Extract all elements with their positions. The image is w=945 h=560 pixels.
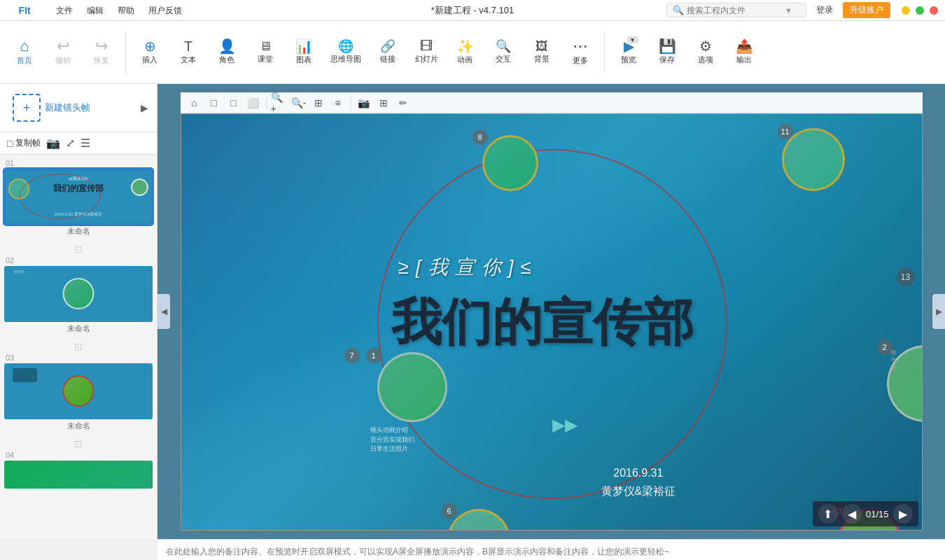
date-author: 2016.9.31 黄梦仪&梁裕征: [601, 464, 676, 500]
sidebar-collapse-button[interactable]: ▶: [137, 101, 151, 115]
upgrade-button[interactable]: 升级账户: [843, 2, 890, 18]
canvas-wrapper: ⌂ □ □ ⬜ 🔍+ 🔍- ⊞ ≡ 📷 ⊞ ✏ ≥[我宣你]≤: [181, 92, 923, 531]
tool-chart[interactable]: 📊 图表: [286, 36, 321, 69]
tool-save[interactable]: 💾 保存: [650, 36, 685, 69]
ct-screenshot-icon[interactable]: 📷: [356, 94, 372, 111]
tool-insert[interactable]: ⊕ 插入: [132, 36, 167, 69]
ct-zoom-out-icon[interactable]: 🔍-: [290, 94, 307, 111]
search-dropdown-icon[interactable]: ▼: [785, 6, 792, 15]
tool-redo[interactable]: ↪ 恢复: [84, 35, 119, 69]
tool-bg[interactable]: 🖼 背景: [524, 36, 559, 68]
maximize-button[interactable]: □: [916, 6, 924, 15]
tool-mindmap[interactable]: 🌐 思维导图: [325, 36, 367, 68]
tool-text[interactable]: T 文本: [171, 36, 206, 69]
notes-input[interactable]: [166, 545, 937, 560]
search-box[interactable]: 🔍 ▼: [666, 3, 806, 18]
anim-icon: ✨: [456, 39, 474, 53]
right-collapse-button[interactable]: ▶: [932, 294, 945, 329]
menu-file[interactable]: 文件: [49, 0, 80, 21]
slide-item-2[interactable]: 02 领导者 未命名: [4, 256, 153, 334]
ct-sep-2: [351, 97, 351, 109]
slide-number-4: 04: [4, 451, 153, 459]
camera-button[interactable]: 📷: [46, 136, 60, 150]
menu-help[interactable]: 帮助: [111, 0, 141, 21]
close-button[interactable]: ✕: [930, 6, 938, 15]
slide-thumbnail-4: [4, 461, 153, 489]
spacer-icon-2: ⊡: [74, 341, 83, 352]
thumb1-date: 2016.9.31 黄梦仪&梁裕征: [55, 211, 102, 218]
prev-button[interactable]: ◀: [842, 504, 862, 524]
search-input[interactable]: [687, 6, 785, 15]
slide-actions: □ 复制帧 📷 ⤢ ☰: [0, 132, 157, 155]
minimize-button[interactable]: —: [902, 6, 910, 15]
page-total: 15: [878, 509, 888, 519]
more-label: 更多: [573, 55, 588, 66]
tool-more[interactable]: ⋯ 更多: [563, 35, 598, 69]
slide-item-4[interactable]: 04: [4, 451, 153, 489]
slide-canvas: ≥[我宣你]≤ 我们的宣传部 ▶▶ 2016.9.31 黄梦仪&梁裕征 8: [181, 113, 923, 531]
interact-icon: 🔍: [496, 40, 511, 52]
share-button[interactable]: ⬆: [818, 504, 838, 524]
slide-name-1: 未命名: [4, 226, 153, 237]
preview-label: 预览: [621, 55, 636, 65]
slide-number-3: 03: [4, 354, 153, 362]
main-toolbar: ⌂ 首页 ↩ 撤销 ↪ 恢复 ⊕ 插入 T 文本 👤 角色 🖥 课堂 📊 图表 …: [0, 21, 945, 84]
chart-label: 图表: [296, 55, 312, 65]
tool-undo[interactable]: ↩ 撤销: [46, 35, 80, 69]
tool-anim[interactable]: ✨ 动画: [447, 36, 482, 69]
next-button[interactable]: ▶: [893, 504, 913, 524]
menu-feedback[interactable]: 用户反馈: [141, 0, 189, 21]
options-label: 选项: [698, 55, 713, 65]
expand-button[interactable]: ⤢: [66, 136, 75, 150]
new-scene-icon: +: [13, 94, 41, 122]
toolbar-divider-1: [125, 31, 126, 74]
tool-preview[interactable]: ▶ ▼ 预览: [611, 36, 646, 69]
slide-icon: 🎞: [420, 40, 433, 52]
badge-6: 6: [442, 503, 457, 519]
slide-number-2: 02: [4, 256, 153, 265]
ct-frame-icon[interactable]: ⬜: [245, 94, 262, 111]
slide-thumbnail-1: ≥[我宣你]≤ 我们的宣传部 2016.9.31 黄梦仪&梁裕征: [4, 169, 153, 225]
ct-copy-icon[interactable]: □: [206, 94, 223, 111]
new-scene-button[interactable]: + 新建镜头帧: [6, 90, 137, 126]
slide-item-3[interactable]: 03 未命名: [4, 354, 153, 431]
tool-home[interactable]: ⌂ 首页: [7, 35, 42, 69]
slide-name-2: 未命名: [4, 323, 153, 334]
thumb2-badge: 领导者: [14, 270, 24, 274]
tool-link[interactable]: 🔗 链接: [370, 36, 405, 68]
redo-label: 恢复: [94, 55, 109, 66]
left-collapse-button[interactable]: ◀: [158, 294, 170, 329]
tool-interact[interactable]: 🔍 交互: [486, 36, 521, 68]
slide-thumbnail-2: 领导者: [4, 266, 153, 322]
link-icon: 🔗: [380, 40, 396, 52]
slides-list: 01 ≥[我宣你]≤ 我们的宣传部 2016.9.31 黄梦仪&梁裕征 未命名: [0, 155, 157, 539]
notes-wrapper: ⤢: [158, 539, 945, 560]
slide-spacer-2: ⊡: [4, 340, 153, 354]
date-text: 2016.9.31: [601, 464, 676, 482]
tool-role[interactable]: 👤 角色: [209, 36, 244, 69]
tool-options[interactable]: ⚙ 选项: [688, 36, 723, 69]
ct-fit-icon[interactable]: ⊞: [310, 94, 327, 111]
ct-edit-icon[interactable]: ✏: [395, 94, 412, 111]
num-badge-13: 13: [897, 268, 915, 286]
main-title: 我们的宣传部: [391, 289, 694, 356]
ct-paste-icon[interactable]: □: [225, 94, 242, 111]
title-decoration: ≥[我宣你]≤: [398, 254, 538, 281]
copy-frame-button[interactable]: □ 复制帧: [7, 137, 41, 149]
preview-dropdown[interactable]: ▼: [627, 36, 638, 43]
login-button[interactable]: 登录: [811, 3, 839, 18]
list-view-button[interactable]: ☰: [80, 136, 90, 150]
tool-slide[interactable]: 🎞 幻灯片: [409, 36, 444, 68]
slide-item-1[interactable]: 01 ≥[我宣你]≤ 我们的宣传部 2016.9.31 黄梦仪&梁裕征 未命名: [4, 159, 153, 237]
ct-home-icon[interactable]: ⌂: [186, 94, 203, 111]
tool-export[interactable]: 📤 输出: [727, 36, 762, 69]
text-icon: T: [184, 39, 192, 53]
mindmap-icon: 🌐: [338, 40, 354, 52]
main-area: + 新建镜头帧 ▶ □ 复制帧 📷 ⤢ ☰ 01 ≥[我宣你]≤ 我们的宣: [0, 84, 945, 539]
menu-edit[interactable]: 编辑: [80, 0, 111, 21]
ct-align-icon[interactable]: ≡: [330, 94, 346, 111]
ct-zoom-in-icon[interactable]: 🔍+: [271, 94, 288, 111]
ct-grid-icon[interactable]: ⊞: [375, 94, 392, 111]
tool-class[interactable]: 🖥 课堂: [248, 36, 283, 68]
mindmap-label: 思维导图: [330, 54, 361, 64]
